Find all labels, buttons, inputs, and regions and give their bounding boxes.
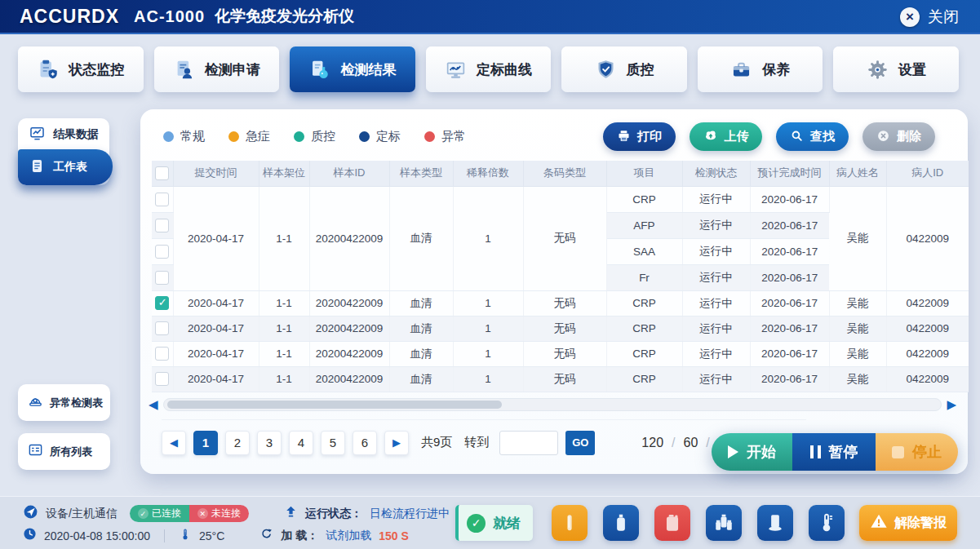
cell-submit-time: 2020-04-17: [173, 366, 259, 392]
tab-quality-control[interactable]: 质控: [561, 46, 687, 92]
prev-page-button[interactable]: ◀: [162, 431, 186, 455]
cell-eta: 2020-06-17: [750, 341, 829, 366]
play-icon: [728, 445, 738, 458]
sample-row[interactable]: 2020-04-17 1-1 20200422009 血清 1 无码 CRP 运…: [152, 366, 969, 392]
cell-barcode: 无码: [523, 316, 606, 341]
sample-row[interactable]: 2020-04-17 1-1 20200422009 血清 1 无码 CRP 运…: [152, 316, 969, 341]
tab-label: 保养: [762, 60, 790, 79]
status-bar: 设备/主机通信 ✓已连接 ✕未连接 运行状态： 日检流程行进中 2020-04-…: [0, 496, 980, 549]
tab-maintenance[interactable]: 保养: [698, 46, 823, 92]
page-button-2[interactable]: 2: [225, 431, 250, 455]
sidebar-item-label: 异常检测表: [50, 396, 103, 410]
start-button[interactable]: 开始: [712, 433, 792, 471]
cell-eta: 2020-06-17: [750, 290, 829, 316]
delete-button[interactable]: 删除: [862, 122, 935, 151]
cell-eta: 2020-06-17: [750, 366, 829, 392]
sample-row[interactable]: 2020-04-17 1-1 20200422009 血清 1 无码 CRP 运…: [152, 290, 969, 316]
legend-abnormal: 异常: [424, 129, 466, 144]
sidebar-item-worksheet[interactable]: 工作表: [18, 149, 113, 185]
maintenance-icon: [730, 59, 752, 81]
page-button-6[interactable]: 6: [353, 431, 377, 455]
ready-status-badge: ✓ 就绪: [455, 505, 533, 541]
upload-button[interactable]: 上传: [690, 122, 762, 151]
sample-tube-status-button[interactable]: [552, 505, 588, 541]
row-checkbox[interactable]: [155, 372, 169, 386]
results-table: 提交时间 样本架位 样本ID 样本类型 稀释倍数 条码类型 项目 检测状态 预计…: [152, 161, 969, 392]
cell-patient-id: 0422009: [886, 290, 969, 316]
scrollbar-track[interactable]: [163, 398, 942, 411]
pagination-bar: ◀ 1 2 3 4 5 6 ▶ 共9页 转到 GO 120 / 60 / 60: [162, 419, 806, 455]
page-button-3[interactable]: 3: [257, 431, 282, 455]
page-button-1[interactable]: 1: [193, 431, 218, 455]
worksheet-doc-icon: [29, 158, 45, 177]
close-button[interactable]: × 关闭: [900, 0, 959, 34]
sample-subrow[interactable]: 2020-04-17 1-1 20200422009 血清 1 无码 CRP 运…: [152, 186, 969, 212]
sample-row[interactable]: 2020-04-17 1-1 20200422009 血清 1 无码 CRP 运…: [152, 341, 969, 366]
check-icon: ✓: [138, 508, 149, 519]
clear-alarm-button[interactable]: 解除警报: [859, 505, 957, 541]
buffer-bottle-status-button[interactable]: [603, 505, 639, 541]
col-status: 检测状态: [682, 161, 750, 186]
print-button[interactable]: 打印: [603, 122, 676, 151]
calibration-dot-icon: [359, 131, 370, 142]
col-eta: 预计完成时间: [750, 161, 829, 186]
stop-icon: [892, 446, 904, 458]
row-checkbox-checked[interactable]: [155, 296, 169, 310]
tab-calibration-curve[interactable]: 定标曲线: [426, 46, 552, 92]
tab-test-results[interactable]: 检测结果: [290, 46, 415, 92]
row-checkbox[interactable]: [155, 321, 169, 335]
page-button-5[interactable]: 5: [321, 431, 345, 455]
warning-triangle-icon: [870, 512, 888, 534]
cell-barcode: 无码: [523, 366, 606, 392]
thermometer-icon: [179, 528, 192, 544]
scroll-left-icon[interactable]: ◀: [149, 398, 158, 410]
tab-label: 检测申请: [205, 60, 260, 79]
next-page-button[interactable]: ▶: [384, 431, 409, 455]
stop-button[interactable]: 停止: [876, 433, 958, 471]
cloud-upload-icon: [703, 128, 718, 145]
temperature-status-button[interactable]: [809, 505, 845, 541]
sidebar-item-all-lists[interactable]: 所有列表: [18, 433, 110, 470]
cell-sample-id: 20200422009: [309, 341, 389, 366]
row-checkbox[interactable]: [155, 219, 169, 232]
cell-item: Fr: [606, 264, 682, 290]
select-all-checkbox[interactable]: [155, 166, 169, 180]
cell-eta: 2020-06-17: [750, 264, 829, 290]
cell-eta: 2020-06-17: [750, 238, 829, 264]
cuvette-status-button[interactable]: [757, 505, 793, 541]
statusbar-row-1: 设备/主机通信 ✓已连接 ✕未连接 运行状态： 日检流程行进中: [23, 504, 450, 523]
scroll-right-icon[interactable]: ▶: [947, 398, 956, 410]
find-button[interactable]: 查找: [776, 122, 849, 151]
cell-item: CRP: [606, 316, 682, 341]
action-buttons: 打印 上传 查找 删除: [603, 122, 935, 151]
sidebar-item-result-data[interactable]: 结果数据: [18, 118, 109, 151]
cell-status: 运行中: [682, 290, 750, 316]
reagent-bottles-status-button[interactable]: [706, 505, 742, 541]
tab-test-request[interactable]: 检测申请: [154, 46, 280, 92]
tab-label: 状态监控: [69, 60, 124, 79]
pause-button[interactable]: 暂停: [792, 433, 876, 471]
row-checkbox[interactable]: [155, 271, 169, 285]
row-checkbox[interactable]: [155, 245, 169, 259]
cell-dilution: 1: [453, 341, 523, 366]
cell-status: 运行中: [682, 238, 750, 264]
row-checkbox[interactable]: [155, 193, 169, 206]
connection-badges: ✓已连接 ✕未连接: [130, 505, 249, 522]
brand-logo: ACCURDX: [20, 6, 119, 28]
cell-rack: 1-1: [259, 316, 309, 341]
row-checkbox[interactable]: [155, 347, 169, 361]
sidebar-item-abnormal-list[interactable]: 异常检测表: [18, 384, 110, 421]
waste-container-status-button[interactable]: [654, 505, 690, 541]
page-button-4[interactable]: 4: [289, 431, 313, 455]
tab-status-monitor[interactable]: 状态监控: [18, 46, 144, 92]
load-value: 试剂加载: [326, 529, 371, 543]
cell-sample-type: 血清: [389, 186, 453, 290]
go-button[interactable]: GO: [565, 431, 595, 455]
connected-badge: ✓已连接: [130, 505, 189, 522]
scrollbar-thumb[interactable]: [167, 401, 502, 409]
clock-icon: [23, 527, 37, 544]
cell-dilution: 1: [453, 186, 523, 290]
goto-page-input[interactable]: [499, 431, 558, 455]
tab-settings[interactable]: 设置: [833, 46, 959, 92]
search-icon: [790, 129, 804, 145]
